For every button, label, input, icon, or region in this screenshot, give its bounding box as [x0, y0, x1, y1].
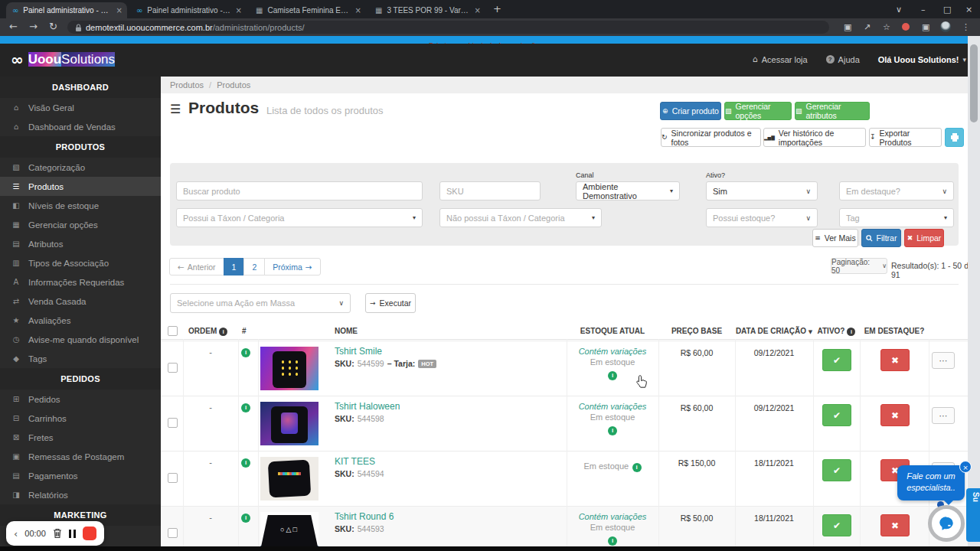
- sidebar-item-atributos[interactable]: ▤Atributos: [0, 234, 161, 253]
- uoou-logo[interactable]: ∞ UoouSolutions: [11, 52, 115, 67]
- sidebar-item-carrinhos[interactable]: ⊟Carrinhos: [0, 409, 161, 428]
- pause-icon[interactable]: [69, 530, 76, 538]
- sidebar-item-avise-me[interactable]: ◷Avise-me quando disponível: [0, 330, 161, 349]
- not-taxon-select[interactable]: Não possui a Táxon / Categoria▾: [439, 208, 602, 227]
- screen-share-icon[interactable]: ▣: [844, 22, 851, 32]
- active-toggle-button[interactable]: ✔: [822, 459, 851, 481]
- tab-close-icon[interactable]: ×: [236, 6, 242, 15]
- select-all-checkbox[interactable]: [168, 326, 178, 336]
- sidebar-item-informacoes-requeridas[interactable]: AInformações Requeridas: [0, 272, 161, 292]
- sku-input[interactable]: [439, 181, 541, 201]
- col-nome[interactable]: NOME: [335, 327, 358, 335]
- sidebar-item-dashboard-vendas[interactable]: ⌂Dashboard de Vendas: [0, 117, 161, 136]
- window-restore-button[interactable]: □: [943, 5, 951, 15]
- search-product-input[interactable]: [176, 181, 423, 201]
- stock-info-icon[interactable]: i: [608, 371, 617, 380]
- col-destaque[interactable]: EM DESTAQUE?: [860, 327, 929, 335]
- browser-tab-3[interactable]: ▦ Camiseta Feminina Estampada S ×: [250, 2, 366, 18]
- browser-tab-1[interactable]: ∞ Painel administrativo - Produtos ×: [6, 2, 127, 18]
- info-icon[interactable]: i: [241, 403, 250, 412]
- sidebar-item-pedidos[interactable]: ⊞Pedidos: [0, 390, 161, 409]
- row-checkbox[interactable]: [168, 473, 178, 483]
- tab-search-icon[interactable]: ∨: [896, 5, 902, 15]
- sidebar-item-visao-geral[interactable]: ⌂Visão Geral: [0, 98, 161, 117]
- row-checkbox[interactable]: [168, 528, 178, 538]
- bookmark-star-icon[interactable]: ☆: [883, 22, 890, 32]
- taxon-select[interactable]: Possui a Táxon / Categoria▾: [176, 208, 423, 227]
- col-ordem[interactable]: ORDEMi: [188, 327, 227, 336]
- filtrar-button[interactable]: Filtrar: [861, 229, 901, 247]
- browser-tab-2[interactable]: ∞ Painel administrativo - Novo pro ×: [130, 2, 247, 18]
- pagination-prev[interactable]: ←Anterior: [169, 258, 224, 276]
- back-button[interactable]: ←: [9, 21, 18, 32]
- sidebar-item-avaliacoes[interactable]: ★Avaliações: [0, 311, 161, 330]
- pagination-next[interactable]: Próxima→: [264, 258, 320, 276]
- row-actions-button[interactable]: ⋯: [932, 407, 955, 424]
- featured-toggle-button[interactable]: ✖: [880, 404, 910, 426]
- sync-products-button[interactable]: ↻Sincronizar produtos e fotos: [661, 128, 761, 147]
- pagination-page-2[interactable]: 2: [243, 258, 265, 276]
- ativo-select[interactable]: Sim∨: [706, 181, 818, 201]
- scrollbar-thumb[interactable]: [970, 44, 978, 122]
- active-toggle-button[interactable]: ✔: [822, 349, 851, 371]
- product-image[interactable]: [260, 347, 318, 390]
- stock-info-icon[interactable]: i: [608, 536, 617, 546]
- product-image[interactable]: [260, 402, 318, 445]
- col-estoque[interactable]: ESTOQUE ATUAL: [567, 327, 658, 335]
- breadcrumb-produtos-2[interactable]: Produtos: [217, 80, 250, 90]
- active-toggle-button[interactable]: ✔: [822, 404, 851, 426]
- chat-close-icon[interactable]: ×: [959, 461, 972, 473]
- row-checkbox[interactable]: [168, 418, 178, 428]
- recording-indicator-icon[interactable]: [902, 23, 910, 31]
- manage-options-button[interactable]: ▧Gerenciar opções: [724, 102, 792, 120]
- sidebar-item-gerenciar-opcoes[interactable]: ▦Gerenciar opções: [0, 215, 161, 234]
- tag-select[interactable]: Tag▾: [839, 208, 954, 227]
- estoque-select[interactable]: Possui estoque?∨: [706, 208, 818, 227]
- active-toggle-button[interactable]: ✔: [822, 514, 851, 536]
- new-tab-button[interactable]: +: [493, 3, 501, 15]
- stock-info-icon[interactable]: i: [632, 463, 642, 472]
- col-ativo[interactable]: ATIVO?i: [813, 327, 860, 336]
- sidebar-item-tags[interactable]: ◆Tags: [0, 349, 161, 368]
- window-minimize-button[interactable]: –: [921, 5, 926, 15]
- forward-button[interactable]: →: [29, 21, 38, 32]
- execute-button[interactable]: →Executar: [365, 293, 416, 313]
- export-products-button[interactable]: ↧Exportar Produtos: [869, 128, 942, 147]
- tab-close-icon[interactable]: ×: [116, 6, 122, 15]
- extensions-icon[interactable]: ▣: [922, 22, 929, 32]
- page-size-select[interactable]: Paginação: 50∨: [831, 258, 887, 274]
- chat-invite-bubble[interactable]: Fale com umespecialista..: [897, 465, 965, 500]
- collapse-icon[interactable]: ‹: [14, 528, 18, 540]
- tab-close-icon[interactable]: ×: [355, 6, 361, 15]
- store-link[interactable]: ⌂Acessar loja: [753, 54, 808, 64]
- featured-toggle-button[interactable]: ✖: [880, 514, 910, 536]
- col-data-criacao[interactable]: DATA DE CRIAÇÃO ▼: [735, 327, 813, 335]
- bulk-action-select[interactable]: Selecione uma Ação em Massa∨: [170, 293, 351, 313]
- user-menu[interactable]: Olá Uoou Solutions!▾: [878, 55, 966, 64]
- featured-toggle-button[interactable]: ✖: [880, 349, 910, 371]
- profile-avatar[interactable]: [940, 21, 951, 32]
- browser-tab-4[interactable]: ▦ 3 TEES POR 99 - Varejo Demonst ×: [369, 2, 485, 18]
- sidebar-item-fretes[interactable]: ⊠Fretes: [0, 428, 161, 447]
- limpar-button[interactable]: ✖Limpar: [904, 229, 944, 247]
- ver-mais-button[interactable]: ≡Ver Mais: [812, 229, 858, 247]
- destaque-select[interactable]: Em destaque?∨: [839, 181, 954, 201]
- trash-icon[interactable]: [53, 528, 62, 539]
- url-text[interactable]: demotextil.uooucommerce.com.br/administr…: [86, 23, 305, 32]
- info-icon[interactable]: i: [241, 458, 250, 468]
- sidebar-item-pagamentos[interactable]: ▤Pagamentos: [0, 466, 161, 485]
- col-preco[interactable]: PREÇO BASE: [658, 327, 735, 335]
- help-link[interactable]: ?Ajuda: [826, 55, 860, 64]
- window-close-button[interactable]: ×: [965, 5, 972, 15]
- product-name-link[interactable]: KIT TEES: [335, 456, 375, 467]
- product-name-link[interactable]: Tshirt Smile: [335, 346, 382, 357]
- stop-recording-button[interactable]: [83, 527, 96, 540]
- import-history-button[interactable]: ▂▅▇Ver histórico de importações: [763, 128, 866, 147]
- info-icon[interactable]: i: [241, 348, 250, 357]
- stock-info-icon[interactable]: i: [608, 426, 617, 435]
- sidebar-item-produtos[interactable]: ☰Produtos: [0, 177, 161, 196]
- sidebar-item-tipos-associacao[interactable]: ▥Tipos de Associação: [0, 253, 161, 272]
- manage-attributes-button[interactable]: ▧Gerenciar atributos: [795, 102, 870, 120]
- create-product-button[interactable]: ⊕Criar produto: [660, 102, 721, 120]
- product-name-link[interactable]: Tshirt Haloween: [335, 401, 400, 412]
